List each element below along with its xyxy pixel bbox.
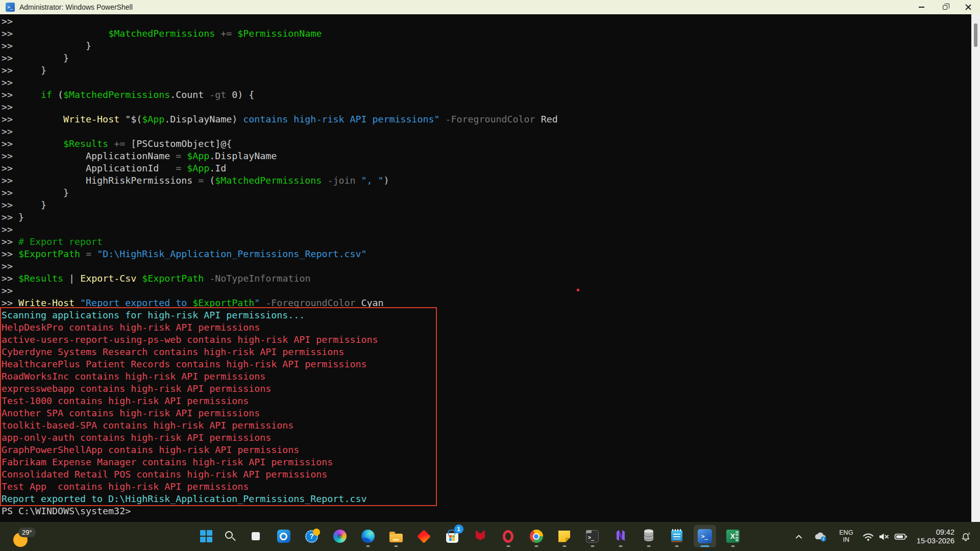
opera-icon [503,530,513,543]
taskbar-icon-maui[interactable] [609,525,632,547]
battery-icon [894,532,908,541]
volume-muted-icon [878,532,890,541]
taskbar-icon-mcafee[interactable] [469,525,492,547]
terminal-line: >> [2,260,558,272]
wifi-icon [863,532,874,541]
terminal-line: >> } [2,187,558,199]
diamond-app-icon [417,530,431,543]
desktop: >_ Administrator: Windows PowerShell >>>… [0,0,980,551]
cloud-info-icon: i [814,531,827,542]
taskbar-icon-opera[interactable] [497,525,520,547]
mcafee-icon [474,529,487,544]
scrollbar[interactable] [971,14,980,522]
terminal-line: Fabrikam Expense Manager contains high-r… [2,456,558,468]
svg-text:i: i [823,537,824,541]
window-titlebar: >_ Administrator: Windows PowerShell [0,0,980,14]
terminal-line: RoadWorksInc contains high-risk API perm… [2,370,558,383]
copilot-icon [333,530,347,543]
tray-date: 15-03-2026 [917,537,954,545]
annotation-dot [577,289,579,291]
taskbar-icon-powershell[interactable]: >_ [694,525,716,547]
window-title: Administrator: Windows PowerShell [19,3,133,11]
running-app-indicator [562,545,566,547]
terminal-line: >> } [2,199,558,211]
weather-temperature: 29° [18,528,36,537]
file-explorer-icon [389,534,403,542]
taskbar-icon-start[interactable] [188,525,211,547]
terminal-line: Consolidated Retail POS contains high-ri… [2,468,558,481]
terminal-window[interactable]: >>>> $MatchedPermissions += $PermissionN… [0,14,980,522]
taskbar-icon-outlook[interactable] [273,525,295,547]
language-line1: ENG [839,529,853,536]
taskbar-icon-edge[interactable] [357,525,379,547]
terminal-lines: >>>> $MatchedPermissions += $PermissionN… [2,15,558,517]
terminal-line: >> if ($MatchedPermissions.Count -gt 0) … [2,89,558,101]
taskbar-icon-sticky-notes[interactable] [553,525,576,547]
terminal-line: HelpDeskPro contains high-risk API permi… [2,321,558,334]
outlook-icon [277,530,290,543]
terminal-line: Report exported to D:\HighRisk_Applicati… [2,493,558,505]
running-app-indicator [591,545,594,547]
terminal-line: >> Write-Host "Report exported to $Expor… [2,297,558,309]
svg-text:z: z [968,531,970,536]
taskbar-icon-store[interactable]: 1 [441,525,463,547]
taskbar-icon-notepad[interactable] [666,525,688,547]
minimize-button[interactable] [910,0,933,14]
terminal-line: >> [2,126,558,138]
microsoft-store-icon [446,533,458,543]
excel-icon: X [726,530,740,543]
terminal-line: active-users-report-using-ps-web contain… [2,334,558,346]
terminal-line: expresswebapp contains high-risk API per… [2,383,558,395]
terminal-line: >> } [2,40,558,52]
terminal-line: >> [2,15,558,28]
terminal-line: >> [2,77,558,89]
taskbar-icons: ?1 >_X [185,525,747,547]
terminal-line: >> $Results | Export-Csv $ExportPath -No… [2,272,558,285]
terminal-line: Another SPA contains high-risk API permi… [2,407,558,419]
taskbar-icon-search[interactable] [216,525,239,547]
running-app-indicator [619,545,622,547]
terminal-line: Test-1000 contains high-risk API permiss… [2,395,558,407]
notification-bell-button[interactable]: z [959,527,974,547]
database-icon [643,529,654,544]
sticky-notes-icon [558,531,570,542]
terminal-line: Test App contains high-risk API permissi… [2,481,558,493]
terminal-line: >> [2,101,558,113]
running-app-indicator [731,545,734,547]
terminal-line: >> [2,223,558,236]
quick-settings-button[interactable] [861,527,910,547]
weather-widget[interactable]: 29° [8,525,41,548]
taskbar-icon-chrome[interactable] [525,525,548,547]
taskbar-icon-get-help[interactable]: ? [301,525,323,547]
taskbar-icon-copilot[interactable] [329,525,351,547]
system-tray: i ENG IN [791,522,980,551]
terminal-line: >> $Results += [PSCustomObject]@{ [2,138,558,150]
taskbar-icon-database[interactable] [638,525,660,547]
terminal-line: >> HighRiskPermissions = ($MatchedPermis… [2,174,558,187]
store-notification-badge: 1 [454,524,463,534]
terminal-line: >> $MatchedPermissions += $PermissionNam… [2,28,558,40]
close-icon [965,4,971,10]
terminal-line: toolkit-based-SPA contains high-risk API… [2,419,558,432]
start-icon [200,530,206,536]
running-app-indicator [675,545,678,547]
terminal-line: >> Write-Host "$($App.DisplayName) conta… [2,113,558,126]
running-app-indicator [647,545,650,547]
terminal-line: app-only-auth contains high-risk API per… [2,432,558,444]
hidden-icons-button[interactable] [791,527,806,547]
language-switcher[interactable]: ENG IN [836,527,856,547]
taskbar-icon-file-explorer[interactable] [385,525,407,547]
search-icon [225,531,233,539]
taskbar-icon-diamond-app[interactable] [413,525,435,547]
command-prompt-icon [586,530,599,543]
running-app-indicator [534,545,538,547]
taskbar-icon-task-view[interactable] [244,525,267,547]
restore-button[interactable] [933,0,957,14]
taskbar-icon-excel[interactable]: X [722,525,744,547]
taskbar-icon-terminal[interactable] [581,525,604,547]
scrollbar-thumb[interactable] [974,23,977,47]
clock[interactable]: 09:42 15-03-2026 [917,527,954,547]
close-button[interactable] [957,0,980,14]
onedrive-tray-button[interactable]: i [811,527,830,547]
active-app-indicator [700,545,709,547]
